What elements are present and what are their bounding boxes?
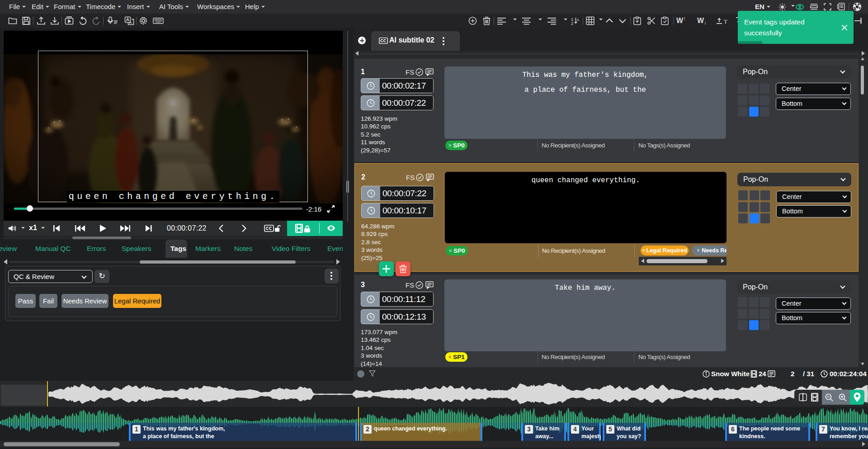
svg-text:A: A [577,18,580,22]
svg-text:2: 2 [571,21,573,25]
